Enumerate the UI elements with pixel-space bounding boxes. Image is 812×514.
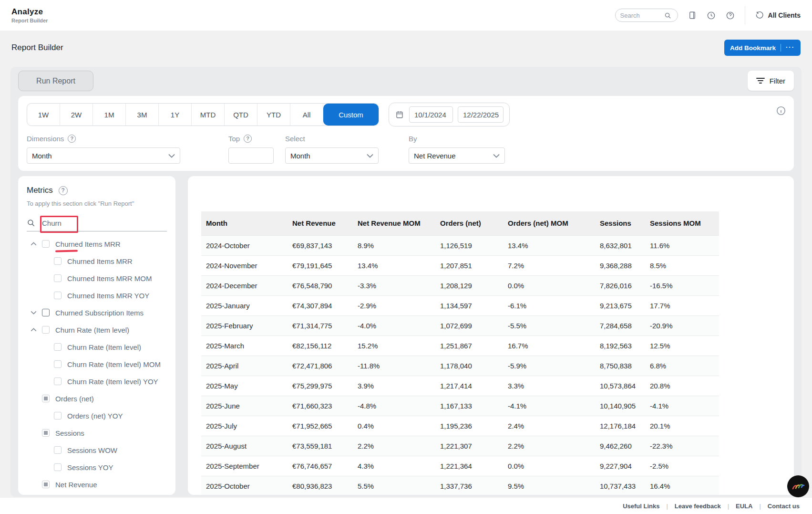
tree-chevron-up-icon[interactable] <box>29 328 38 332</box>
metric-label[interactable]: Orders (net) YOY <box>67 412 123 420</box>
metric-tree-item: Churn Rate (Item level) MOM <box>27 356 167 373</box>
info-icon[interactable] <box>776 105 786 118</box>
dimensions-help-icon[interactable]: ? <box>68 135 76 143</box>
metric-checkbox-unchecked[interactable] <box>54 446 62 454</box>
table-row: 2025-August€73,559,1812.2%1,221,3072.2%9… <box>201 436 719 456</box>
metric-label[interactable]: Churn Rate (Item level) <box>55 326 129 334</box>
metric-checkbox-unchecked[interactable] <box>54 257 62 265</box>
report-table-panel: MonthNet RevenueNet Revenue MOMOrders (n… <box>188 176 794 495</box>
cell-orders-net: 1,221,364 <box>435 456 503 476</box>
metric-label[interactable]: Churned Items MRR YOY <box>67 292 149 300</box>
assistant-logo-badge[interactable] <box>787 475 809 497</box>
by-dropdown[interactable]: Net Revenue <box>409 147 505 164</box>
metric-checkbox-unchecked[interactable] <box>54 360 62 368</box>
rainbow-swoosh-icon <box>791 482 805 491</box>
metric-checkbox-indeterminate[interactable] <box>42 429 50 437</box>
metric-checkbox-unchecked[interactable] <box>54 292 62 299</box>
time-range-option-3m[interactable]: 3M <box>126 104 159 126</box>
cell-orders-net: 1,134,597 <box>435 295 503 315</box>
metric-label[interactable]: Orders (net) <box>55 395 94 403</box>
metric-tree-item: Churn Rate (Item level) YOY <box>27 373 167 390</box>
metric-label[interactable]: Churn Rate (Item level) MOM <box>67 360 161 368</box>
select-dropdown[interactable]: Month <box>285 147 379 164</box>
bookmarks-icon[interactable] <box>688 10 697 20</box>
cell-orders-net-mom: 16.7% <box>503 336 595 356</box>
metric-checkbox-unchecked[interactable] <box>42 240 50 248</box>
date-to-input[interactable]: 12/22/2025 <box>458 106 504 123</box>
filter-label: Filter <box>770 77 785 85</box>
cell-net-revenue-mom: 2.2% <box>353 436 435 456</box>
metric-label[interactable]: Sessions WOW <box>67 446 117 454</box>
cell-orders-net-mom: 0.0% <box>503 456 595 476</box>
time-range-option-1w[interactable]: 1W <box>27 104 60 126</box>
metric-label[interactable]: Churn Rate (Item level) <box>67 343 141 351</box>
cell-month: 2024-December <box>201 275 288 295</box>
filter-icon <box>756 77 765 84</box>
metric-checkbox-indeterminate[interactable] <box>42 395 50 402</box>
all-clients-switcher[interactable]: All Clients <box>755 10 801 20</box>
cell-sessions: 9,368,288 <box>595 255 645 275</box>
by-label: By <box>409 135 417 143</box>
metric-checkbox-indeterminate[interactable] <box>42 481 50 488</box>
date-from-input[interactable]: 10/1/2024 <box>409 106 453 123</box>
footer-link-contact-us[interactable]: Contact us <box>768 503 800 510</box>
time-range-option-qtd[interactable]: QTD <box>225 104 257 126</box>
footer-link-eula[interactable]: EULA <box>736 503 752 510</box>
metric-checkbox-unchecked[interactable] <box>54 274 62 282</box>
cell-month: 2025-June <box>201 396 288 416</box>
dimensions-dropdown[interactable]: Month <box>27 147 180 164</box>
time-range-option-custom[interactable]: Custom <box>323 104 379 126</box>
time-range-option-all[interactable]: All <box>290 104 323 126</box>
metric-tree-item: Churned Items MRR <box>27 235 167 252</box>
run-report-button[interactable]: Run Report <box>18 71 93 91</box>
metric-checkbox-unchecked[interactable] <box>54 412 62 420</box>
metrics-search-value: Churn <box>42 219 62 227</box>
time-range-option-2w[interactable]: 2W <box>60 104 93 126</box>
metric-label[interactable]: Churned Items MRR MOM <box>67 274 152 283</box>
cell-net-revenue: €73,559,181 <box>288 436 353 456</box>
help-icon[interactable] <box>726 10 735 20</box>
top-input[interactable] <box>228 147 274 164</box>
metric-tree-item: Churned Subscription Items <box>27 304 167 321</box>
app-title: Analyze <box>11 7 48 17</box>
cell-sessions-mom: -16.5% <box>645 275 719 295</box>
metric-label[interactable]: Churned Items MRR <box>55 240 121 248</box>
metrics-search-input[interactable]: Churn <box>27 219 167 231</box>
time-range-option-1m[interactable]: 1M <box>93 104 126 126</box>
metric-label[interactable]: Churn Rate (Item level) YOY <box>67 378 158 386</box>
history-clock-icon[interactable] <box>707 10 716 20</box>
table-row: 2025-September€76,746,6574.3%1,221,3640.… <box>201 456 719 476</box>
time-range-option-1y[interactable]: 1Y <box>159 104 192 126</box>
metric-checkbox-unchecked[interactable] <box>42 326 50 334</box>
cell-sessions: 7,826,016 <box>595 275 645 295</box>
time-range-option-ytd[interactable]: YTD <box>257 104 290 126</box>
metrics-panel: Metrics ? To apply this section click "R… <box>18 176 175 495</box>
metrics-help-icon[interactable]: ? <box>59 186 68 195</box>
cell-net-revenue: €74,307,894 <box>288 295 353 315</box>
metric-checkbox-unchecked[interactable] <box>42 309 50 316</box>
metric-label[interactable]: Churned Items MRR <box>67 257 133 265</box>
metric-label[interactable]: Sessions <box>55 429 84 437</box>
global-search-input[interactable]: Search <box>615 9 678 22</box>
tree-chevron-up-icon[interactable] <box>29 242 38 246</box>
cell-sessions-mom: 20.8% <box>645 376 719 396</box>
cell-orders-net-mom: -5.9% <box>503 356 595 376</box>
metric-checkbox-unchecked[interactable] <box>54 378 62 385</box>
cell-orders-net-mom: -4.1% <box>503 396 595 416</box>
metric-checkbox-unchecked[interactable] <box>54 343 62 351</box>
cell-month: 2024-October <box>201 235 288 255</box>
column-header: Net Revenue MOM <box>353 211 435 235</box>
footer-link-leave-feedback[interactable]: Leave feedback <box>675 503 721 510</box>
metric-label[interactable]: Sessions YOY <box>67 463 113 472</box>
top-help-icon[interactable]: ? <box>244 135 252 143</box>
time-range-option-mtd[interactable]: MTD <box>192 104 225 126</box>
add-bookmark-button[interactable]: Add Bookmark ··· <box>724 40 801 56</box>
footer-link-useful-links[interactable]: Useful Links <box>623 503 659 510</box>
metric-label[interactable]: Net Revenue <box>55 481 97 489</box>
metric-label[interactable]: Churned Subscription Items <box>55 309 144 317</box>
tree-chevron-down-icon[interactable] <box>29 311 38 315</box>
cell-sessions: 9,462,260 <box>595 436 645 456</box>
filter-button[interactable]: Filter <box>748 71 794 91</box>
more-options-icon[interactable]: ··· <box>786 43 795 51</box>
metric-checkbox-unchecked[interactable] <box>54 463 62 471</box>
